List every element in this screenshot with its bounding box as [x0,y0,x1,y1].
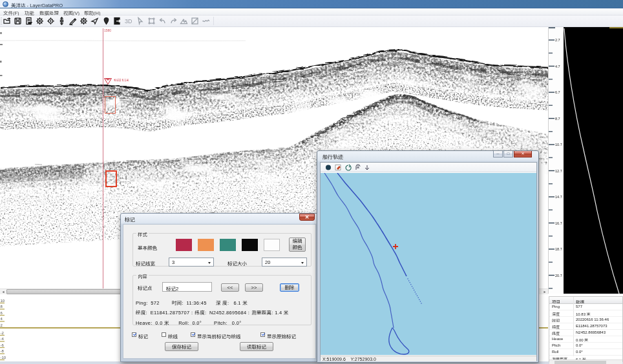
svg-text:6.7: 6.7 [555,90,560,94]
svg-text:8: 8 [1,305,3,308]
svg-text:-6: -6 [1,343,5,347]
svg-text:16.7: 16.7 [555,221,562,225]
svg-text:4.7: 4.7 [555,65,560,68]
svg-text:标记2 6.1米: 标记2 6.1米 [114,79,129,82]
svg-text:14.7: 14.7 [555,195,562,199]
svg-text:6: 6 [1,311,3,315]
svg-text:12.7: 12.7 [555,169,562,173]
svg-text:-10: -10 [1,356,6,359]
svg-text:20.7: 20.7 [555,274,562,278]
svg-text:-2: -2 [1,331,5,335]
svg-text:-4: -4 [1,337,5,341]
svg-text:8.7: 8.7 [555,117,560,121]
svg-text:3D: 3D [125,18,132,25]
svg-text:10: 10 [1,299,5,303]
svg-text:2.7: 2.7 [555,38,560,42]
svg-text:4: 4 [1,317,3,321]
svg-text:10.7: 10.7 [555,143,562,147]
svg-text:2: 2 [1,323,3,327]
svg-text:-8: -8 [1,349,5,353]
svg-text:18.7: 18.7 [555,247,562,251]
